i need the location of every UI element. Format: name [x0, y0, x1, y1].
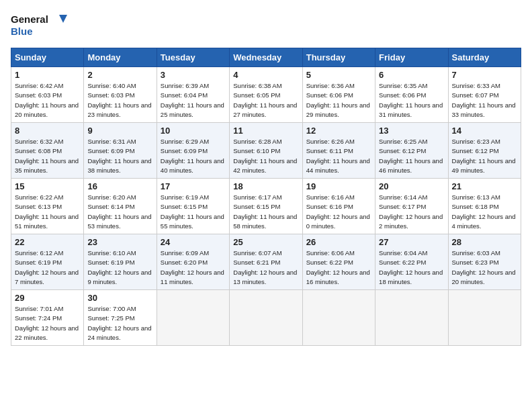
day-number: 19: [306, 181, 371, 191]
calendar-cell: 12 Sunrise: 6:26 AM Sunset: 6:11 PM Dayl…: [302, 123, 375, 179]
logo-svg: General Blue: [11, 11, 71, 41]
calendar-cell: 15 Sunrise: 6:22 AM Sunset: 6:13 PM Dayl…: [11, 179, 84, 234]
day-info: Sunrise: 6:33 AM Sunset: 6:07 PM Dayligh…: [452, 81, 517, 120]
day-number: 18: [233, 181, 298, 191]
col-header-saturday: Saturday: [448, 48, 521, 67]
day-number: 12: [306, 126, 371, 136]
day-info: Sunrise: 6:25 AM Sunset: 6:12 PM Dayligh…: [379, 137, 444, 175]
day-number: 24: [161, 237, 226, 247]
calendar-cell: 19 Sunrise: 6:16 AM Sunset: 6:16 PM Dayl…: [302, 179, 375, 234]
day-info: Sunrise: 6:16 AM Sunset: 6:16 PM Dayligh…: [306, 193, 371, 231]
calendar-week-row: 8 Sunrise: 6:32 AM Sunset: 6:08 PM Dayli…: [11, 123, 521, 179]
calendar-cell: 20 Sunrise: 6:14 AM Sunset: 6:17 PM Dayl…: [375, 179, 448, 234]
day-number: 8: [15, 126, 80, 136]
day-number: 28: [452, 237, 517, 247]
day-number: 27: [379, 237, 444, 247]
calendar-cell: 6 Sunrise: 6:35 AM Sunset: 6:06 PM Dayli…: [375, 67, 448, 123]
logo: General Blue: [11, 11, 71, 41]
day-info: Sunrise: 6:32 AM Sunset: 6:08 PM Dayligh…: [15, 137, 80, 175]
day-info: Sunrise: 6:23 AM Sunset: 6:12 PM Dayligh…: [452, 137, 517, 175]
day-number: 21: [452, 181, 517, 191]
col-header-tuesday: Tuesday: [157, 48, 229, 67]
calendar-cell: 18 Sunrise: 6:17 AM Sunset: 6:15 PM Dayl…: [230, 179, 302, 234]
day-number: 5: [306, 70, 371, 80]
day-number: 15: [15, 181, 80, 191]
calendar-cell: [302, 290, 375, 346]
calendar-cell: [157, 290, 229, 346]
calendar-cell: 22 Sunrise: 6:12 AM Sunset: 6:19 PM Dayl…: [11, 234, 84, 290]
day-info: Sunrise: 6:38 AM Sunset: 6:05 PM Dayligh…: [233, 81, 298, 120]
calendar-cell: 14 Sunrise: 6:23 AM Sunset: 6:12 PM Dayl…: [448, 123, 521, 179]
day-number: 9: [87, 126, 152, 136]
day-number: 22: [15, 237, 80, 247]
calendar-week-row: 1 Sunrise: 6:42 AM Sunset: 6:03 PM Dayli…: [11, 67, 521, 123]
day-number: 23: [87, 237, 152, 247]
day-number: 7: [452, 70, 517, 80]
calendar-cell: 26 Sunrise: 6:06 AM Sunset: 6:22 PM Dayl…: [302, 234, 375, 290]
calendar-cell: 5 Sunrise: 6:36 AM Sunset: 6:06 PM Dayli…: [302, 67, 375, 123]
day-info: Sunrise: 6:04 AM Sunset: 6:22 PM Dayligh…: [379, 248, 444, 287]
calendar-cell: 27 Sunrise: 6:04 AM Sunset: 6:22 PM Dayl…: [375, 234, 448, 290]
calendar-cell: 23 Sunrise: 6:10 AM Sunset: 6:19 PM Dayl…: [84, 234, 157, 290]
day-info: Sunrise: 6:14 AM Sunset: 6:17 PM Dayligh…: [379, 193, 444, 231]
calendar-cell: 1 Sunrise: 6:42 AM Sunset: 6:03 PM Dayli…: [11, 67, 84, 123]
day-number: 4: [233, 70, 298, 80]
day-info: Sunrise: 6:42 AM Sunset: 6:03 PM Dayligh…: [15, 81, 80, 120]
day-info: Sunrise: 7:00 AM Sunset: 7:25 PM Dayligh…: [87, 304, 152, 342]
day-number: 20: [379, 181, 444, 191]
calendar-cell: 29 Sunrise: 7:01 AM Sunset: 7:24 PM Dayl…: [11, 290, 84, 346]
day-number: 26: [306, 237, 371, 247]
calendar-cell: 11 Sunrise: 6:28 AM Sunset: 6:10 PM Dayl…: [230, 123, 302, 179]
calendar-cell: 16 Sunrise: 6:20 AM Sunset: 6:14 PM Dayl…: [84, 179, 157, 234]
day-number: 25: [233, 237, 298, 247]
day-number: 14: [452, 126, 517, 136]
day-number: 2: [87, 70, 152, 80]
calendar-cell: 30 Sunrise: 7:00 AM Sunset: 7:25 PM Dayl…: [84, 290, 157, 346]
day-info: Sunrise: 6:31 AM Sunset: 6:09 PM Dayligh…: [87, 137, 152, 175]
col-header-monday: Monday: [84, 48, 157, 67]
day-info: Sunrise: 7:01 AM Sunset: 7:24 PM Dayligh…: [15, 304, 80, 342]
calendar-cell: 25 Sunrise: 6:07 AM Sunset: 6:21 PM Dayl…: [230, 234, 302, 290]
calendar-cell: 21 Sunrise: 6:13 AM Sunset: 6:18 PM Dayl…: [448, 179, 521, 234]
day-number: 30: [87, 293, 152, 303]
calendar-week-row: 29 Sunrise: 7:01 AM Sunset: 7:24 PM Dayl…: [11, 290, 521, 346]
day-info: Sunrise: 6:06 AM Sunset: 6:22 PM Dayligh…: [306, 248, 371, 287]
day-number: 17: [161, 181, 226, 191]
day-number: 29: [15, 293, 80, 303]
svg-marker-2: [59, 15, 67, 23]
day-number: 11: [233, 126, 298, 136]
day-info: Sunrise: 6:29 AM Sunset: 6:09 PM Dayligh…: [161, 137, 226, 175]
day-number: 3: [161, 70, 226, 80]
day-info: Sunrise: 6:22 AM Sunset: 6:13 PM Dayligh…: [15, 193, 80, 231]
col-header-wednesday: Wednesday: [230, 48, 302, 67]
calendar-cell: 28 Sunrise: 6:03 AM Sunset: 6:23 PM Dayl…: [448, 234, 521, 290]
calendar-cell: 24 Sunrise: 6:09 AM Sunset: 6:20 PM Dayl…: [157, 234, 229, 290]
day-info: Sunrise: 6:12 AM Sunset: 6:19 PM Dayligh…: [15, 248, 80, 287]
calendar-cell: 7 Sunrise: 6:33 AM Sunset: 6:07 PM Dayli…: [448, 67, 521, 123]
day-info: Sunrise: 6:20 AM Sunset: 6:14 PM Dayligh…: [87, 193, 152, 231]
day-number: 10: [161, 126, 226, 136]
calendar-cell: 17 Sunrise: 6:19 AM Sunset: 6:15 PM Dayl…: [157, 179, 229, 234]
calendar-table: SundayMondayTuesdayWednesdayThursdayFrid…: [11, 48, 521, 346]
col-header-sunday: Sunday: [11, 48, 84, 67]
calendar-cell: [375, 290, 448, 346]
day-info: Sunrise: 6:19 AM Sunset: 6:15 PM Dayligh…: [161, 193, 226, 231]
day-info: Sunrise: 6:36 AM Sunset: 6:06 PM Dayligh…: [306, 81, 371, 120]
day-info: Sunrise: 6:13 AM Sunset: 6:18 PM Dayligh…: [452, 193, 517, 231]
calendar-cell: 8 Sunrise: 6:32 AM Sunset: 6:08 PM Dayli…: [11, 123, 84, 179]
calendar-cell: [448, 290, 521, 346]
svg-text:Blue: Blue: [11, 26, 33, 37]
day-number: 1: [15, 70, 80, 80]
day-info: Sunrise: 6:17 AM Sunset: 6:15 PM Dayligh…: [233, 193, 298, 231]
calendar-cell: 10 Sunrise: 6:29 AM Sunset: 6:09 PM Dayl…: [157, 123, 229, 179]
calendar-cell: 13 Sunrise: 6:25 AM Sunset: 6:12 PM Dayl…: [375, 123, 448, 179]
calendar-cell: 2 Sunrise: 6:40 AM Sunset: 6:03 PM Dayli…: [84, 67, 157, 123]
calendar-week-row: 22 Sunrise: 6:12 AM Sunset: 6:19 PM Dayl…: [11, 234, 521, 290]
day-info: Sunrise: 6:26 AM Sunset: 6:11 PM Dayligh…: [306, 137, 371, 175]
calendar-week-row: 15 Sunrise: 6:22 AM Sunset: 6:13 PM Dayl…: [11, 179, 521, 234]
day-number: 13: [379, 126, 444, 136]
calendar-cell: [230, 290, 302, 346]
calendar-cell: 3 Sunrise: 6:39 AM Sunset: 6:04 PM Dayli…: [157, 67, 229, 123]
day-info: Sunrise: 6:39 AM Sunset: 6:04 PM Dayligh…: [161, 81, 226, 120]
calendar-cell: 9 Sunrise: 6:31 AM Sunset: 6:09 PM Dayli…: [84, 123, 157, 179]
